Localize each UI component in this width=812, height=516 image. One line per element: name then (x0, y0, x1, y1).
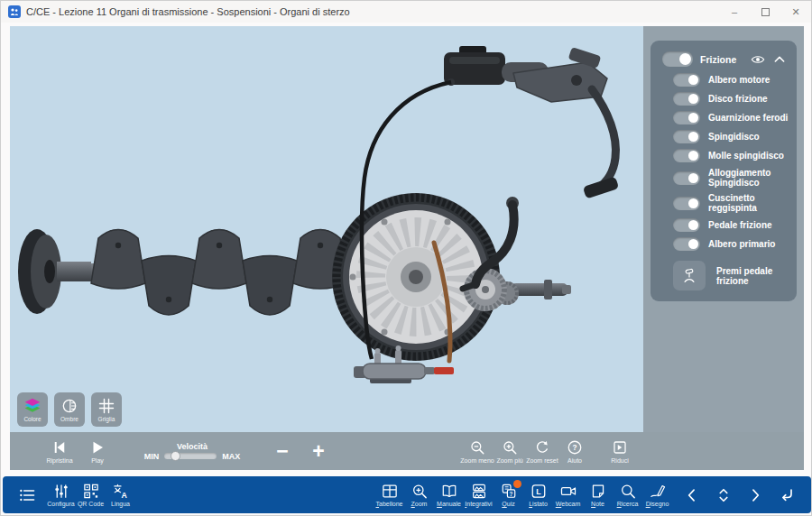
play-label: Play (91, 457, 104, 464)
press-pedal-button[interactable] (673, 261, 706, 290)
layer-item-alloggiamento-spingidisco[interactable]: Alloggiamento Spingidisco (659, 165, 789, 190)
grid-icon (97, 397, 115, 415)
zoom-reset-button[interactable]: Zoom reset (526, 439, 558, 464)
nav-previous-button[interactable] (678, 486, 706, 504)
toggle-switch[interactable] (673, 197, 700, 210)
navigation-arrows (678, 486, 800, 504)
clutch-3d-model[interactable] (10, 26, 643, 432)
taskbar-label: Note (591, 501, 604, 507)
nav-return-button[interactable] (772, 486, 800, 504)
magnifier-plus-icon (411, 483, 429, 500)
color-button[interactable]: Colore (17, 392, 48, 427)
speed-increase-button[interactable]: + (300, 442, 337, 460)
layer-item-pedale-frizione[interactable]: Pedale frizione (659, 216, 789, 235)
title-bar: C/CE - Lezione 11 Organi di trasmissione… (1, 1, 811, 23)
book-icon (440, 483, 458, 500)
taskbar-item-note[interactable]: Note (583, 483, 613, 507)
chevron-up-icon[interactable] (772, 52, 787, 67)
eye-icon[interactable] (751, 52, 765, 67)
grid-button[interactable]: Griglia (91, 392, 122, 427)
taskbar-item-zoom[interactable]: Zoom (404, 483, 434, 507)
playback-bar: Ripristina Play Velocità MIN MAX − + (10, 432, 804, 470)
taskbar-label: Listato (529, 501, 548, 507)
help-icon: ? (566, 439, 584, 456)
restore-label: Ripristina (46, 457, 72, 464)
shadows-button[interactable]: Ombre (54, 392, 85, 427)
toggle-switch[interactable] (673, 218, 700, 232)
zoom-in-button[interactable]: Zoom più (494, 439, 526, 464)
layers-icon (23, 397, 42, 415)
taskbar-label: Quiz (502, 501, 514, 507)
taskbar-label: Webcam (556, 501, 581, 507)
taskbar-item-tabellone[interactable]: Tabellone (374, 483, 404, 507)
layer-item-cuscinetto-reggispinta[interactable]: Cuscinetto reggispinta (659, 190, 789, 216)
taskbar-item-lingua[interactable]: A Lingua (106, 483, 135, 507)
layer-label: Albero motore (708, 75, 770, 85)
toggle-switch[interactable] (673, 149, 700, 162)
toggle-switch[interactable] (673, 111, 700, 124)
chevron-left-icon (683, 486, 701, 504)
svg-text:?: ? (509, 491, 512, 497)
toggle-switch[interactable] (673, 92, 700, 106)
taskbar-item-webcam[interactable]: Webcam (553, 483, 583, 507)
toggle-switch[interactable] (673, 73, 700, 87)
images-stack-icon (470, 483, 488, 500)
speed-min-label: MIN (144, 452, 160, 461)
taskbar-item-disegno[interactable]: Disegno (642, 483, 672, 507)
reduce-label: Riduci (611, 457, 628, 464)
layer-label: Albero primario (708, 239, 775, 249)
skip-start-icon (51, 439, 69, 456)
layer-label: Spingidisco (708, 132, 760, 142)
toggle-switch[interactable] (673, 130, 700, 143)
layer-item-albero-primario[interactable]: Albero primario (659, 235, 789, 253)
layer-item-albero-motore[interactable]: Albero motore (659, 70, 789, 89)
taskbar-item-qr-code[interactable]: QR Code (76, 483, 106, 507)
layer-item-disco-frizione[interactable]: Disco frizione (659, 89, 789, 108)
layer-label: Guarnizione ferodi (708, 113, 788, 123)
taskbar-item-manuale[interactable]: Manuale (434, 483, 464, 507)
layer-item-guarnizione-ferodi[interactable]: Guarnizione ferodi (659, 108, 789, 127)
zoom-controls: Zoom meno Zoom più Zoom reset (461, 439, 636, 464)
pedal-assembly (444, 46, 619, 199)
layer-item-spingidisco[interactable]: Spingidisco (659, 127, 789, 146)
layer-label: Molle spingidisco (708, 151, 784, 161)
toggle-switch[interactable] (673, 237, 700, 251)
nav-next-button[interactable] (741, 486, 769, 504)
zoom-out-icon (468, 439, 486, 456)
layer-item-molle-spingidisco[interactable]: Molle spingidisco (659, 146, 789, 165)
press-pedal-action[interactable]: Premi pedale frizione (659, 253, 789, 290)
layer-label: Pedale frizione (708, 220, 772, 230)
sliders-icon (52, 483, 70, 500)
toggle-switch[interactable] (673, 171, 700, 185)
reduce-button[interactable]: Riduci (604, 439, 636, 464)
app-icon (8, 5, 21, 18)
taskbar-item-ricerca[interactable]: Ricerca (613, 483, 642, 507)
menu-button[interactable] (14, 486, 41, 504)
taskbar-item-listato[interactable]: L Listato (523, 483, 553, 507)
taskbar-item-configura[interactable]: Configura (46, 483, 76, 507)
press-pedal-label: Premi pedale frizione (716, 266, 789, 286)
zoom-out-button[interactable]: Zoom meno (461, 439, 494, 464)
maximize-button[interactable] (750, 1, 780, 23)
taskbar-item-quiz[interactable]: ? Quiz (494, 483, 523, 507)
nav-expand-button[interactable] (709, 486, 737, 504)
taskbar: Configura QR Code A Lingua Tabel (3, 476, 811, 513)
restore-button[interactable]: Ripristina (41, 439, 78, 464)
speed-slider-knob[interactable] (171, 451, 180, 461)
help-button[interactable]: ? Aiuto (558, 439, 591, 464)
close-button[interactable]: ✕ (780, 1, 811, 23)
taskbar-label: Lingua (111, 501, 130, 507)
search-icon (619, 483, 637, 500)
minimize-button[interactable]: – (719, 1, 750, 23)
board-grid-icon (381, 483, 399, 500)
help-label: Aiuto (567, 457, 582, 464)
crankshaft (18, 229, 383, 315)
play-button[interactable]: Play (78, 439, 116, 464)
taskbar-item-integrativi[interactable]: Integrativi (464, 483, 494, 507)
speed-decrease-button[interactable]: − (264, 442, 300, 460)
panel-title: Frizione (700, 54, 743, 65)
speed-slider[interactable] (164, 453, 217, 459)
frizione-toggle[interactable] (662, 51, 693, 67)
taskbar-label: Manuale (437, 501, 461, 507)
quiz-notification-badge (513, 480, 521, 488)
